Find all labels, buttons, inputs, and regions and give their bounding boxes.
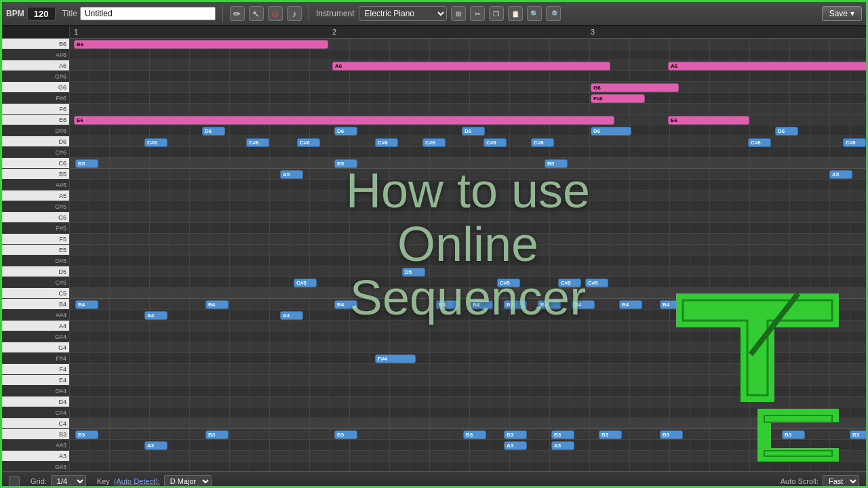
grid-cell[interactable] [470, 158, 490, 168]
grid-cell[interactable] [810, 190, 831, 201]
grid-cell[interactable] [450, 201, 471, 211]
grid-cell[interactable] [70, 234, 90, 244]
grid-cell[interactable] [690, 234, 711, 244]
grid-cell[interactable] [410, 364, 431, 374]
grid-cell[interactable] [690, 266, 711, 277]
grid-cell[interactable] [70, 125, 90, 136]
grid-cell[interactable] [590, 71, 610, 81]
grid-cell[interactable] [810, 71, 831, 81]
grid-cell[interactable] [190, 288, 210, 298]
grid-cell[interactable] [350, 375, 370, 385]
piano-key-d6[interactable]: D6 [2, 136, 69, 147]
grid-cell[interactable] [310, 418, 330, 428]
grid-cell[interactable] [230, 104, 250, 114]
grid-cell[interactable] [770, 256, 791, 266]
grid-cell[interactable] [330, 147, 351, 157]
grid-cell[interactable] [70, 201, 90, 211]
grid-cell[interactable] [210, 451, 231, 461]
grid-cell[interactable] [90, 277, 111, 287]
grid-cell[interactable] [210, 256, 231, 266]
grid-cell[interactable] [590, 288, 610, 298]
grid-cell[interactable] [490, 331, 511, 342]
grid-cell[interactable] [610, 310, 631, 320]
grid-cell[interactable] [510, 364, 530, 374]
grid-cell[interactable] [610, 277, 631, 287]
grid-cell[interactable] [610, 169, 631, 179]
grid-cell[interactable] [350, 169, 370, 179]
grid-cell[interactable] [490, 256, 511, 266]
grid-cell[interactable] [850, 288, 867, 298]
grid-cell[interactable] [390, 93, 410, 103]
grid-cell[interactable] [170, 353, 191, 363]
grid-cell[interactable] [470, 71, 490, 81]
grid-cell[interactable] [310, 82, 330, 92]
cut-icon[interactable]: ✂ [470, 6, 485, 21]
grid-cell[interactable] [150, 71, 170, 81]
grid-cell[interactable] [110, 418, 130, 428]
grid-cell[interactable] [530, 407, 551, 418]
grid-cell[interactable] [470, 353, 490, 363]
grid-cell[interactable] [490, 104, 511, 114]
grid-cell[interactable] [310, 125, 330, 136]
grid-cell[interactable] [430, 407, 450, 418]
grid-cell[interactable] [450, 256, 471, 266]
grid-cell[interactable] [430, 321, 450, 331]
grid-cell[interactable] [530, 49, 551, 60]
grid-cell[interactable] [110, 125, 130, 136]
grid-cell[interactable] [250, 364, 271, 374]
grid-cell[interactable] [390, 234, 410, 244]
grid-cell[interactable] [630, 375, 650, 385]
grid-cell[interactable] [790, 82, 810, 92]
grid-cell[interactable] [470, 451, 490, 461]
grid-cell[interactable] [190, 451, 210, 461]
grid-cell[interactable] [650, 125, 671, 136]
grid-cell[interactable] [90, 104, 111, 114]
grid-cell[interactable] [270, 396, 290, 407]
grid-cell[interactable] [710, 212, 730, 222]
grid-cell[interactable] [850, 212, 867, 222]
piano-key-a#5[interactable]: A#5 [2, 180, 69, 190]
grid-cell[interactable] [410, 277, 431, 287]
grid-cell[interactable] [550, 407, 570, 418]
grid-cell[interactable] [470, 277, 490, 287]
grid-cell[interactable] [570, 147, 591, 157]
grid-cell[interactable] [390, 407, 410, 418]
grid-cell[interactable] [330, 212, 351, 222]
grid-cell[interactable] [610, 396, 631, 407]
grid-cell[interactable] [750, 125, 770, 136]
grid-cell[interactable] [290, 375, 311, 385]
grid-cell[interactable] [390, 451, 410, 461]
grid-cell[interactable] [670, 39, 690, 49]
grid-cell[interactable] [590, 245, 610, 255]
grid-cell[interactable] [270, 331, 290, 342]
grid-cell[interactable] [730, 82, 751, 92]
grid-cell[interactable] [230, 201, 250, 211]
grid-cell[interactable] [110, 407, 130, 418]
piano-key-e6[interactable]: E6 [2, 115, 69, 125]
grid-cell[interactable] [270, 234, 290, 244]
note-a4-2[interactable]: A4 [280, 311, 303, 320]
note-d6-5[interactable]: D6 [775, 127, 798, 136]
grid-cell[interactable] [110, 310, 130, 320]
grid-cell[interactable] [750, 93, 770, 103]
grid-cell[interactable] [390, 180, 410, 190]
grid-cell[interactable] [710, 245, 730, 255]
title-input[interactable] [80, 7, 216, 20]
grid-cell[interactable] [490, 418, 511, 428]
grid-cell[interactable] [170, 342, 191, 352]
eraser-tool[interactable]: ⊘ [268, 6, 283, 21]
grid-cell[interactable] [450, 331, 471, 342]
save-button[interactable]: Save ▾ [822, 6, 862, 21]
grid-cell[interactable] [770, 115, 791, 125]
grid-cell[interactable] [630, 245, 650, 255]
grid-cell[interactable] [610, 201, 631, 211]
grid-cell[interactable] [230, 190, 250, 201]
grid-cell[interactable] [210, 288, 231, 298]
grid-cell[interactable] [850, 256, 867, 266]
grid-cell[interactable] [150, 462, 170, 471]
grid-cell[interactable] [290, 180, 311, 190]
grid-cell[interactable] [170, 93, 191, 103]
grid-cell[interactable] [610, 180, 631, 190]
grid-cell[interactable] [670, 49, 690, 60]
grid-cell[interactable] [290, 93, 311, 103]
